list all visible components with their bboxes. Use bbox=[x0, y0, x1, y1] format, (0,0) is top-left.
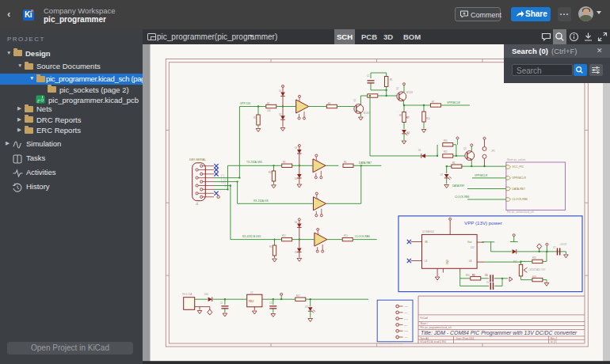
svg-text:R1: R1 bbox=[254, 116, 257, 119]
svg-text:C7: C7 bbox=[553, 246, 556, 249]
svg-text:C3: C3 bbox=[269, 301, 273, 305]
svg-text:R7: R7 bbox=[432, 100, 435, 104]
svg-text:R12: R12 bbox=[282, 234, 286, 237]
svg-text:DATA-RB7: DATA-RB7 bbox=[452, 184, 465, 188]
svg-text:CLOCK-RB6: CLOCK-RB6 bbox=[355, 235, 370, 238]
svg-text:VB: VB bbox=[425, 241, 428, 244]
svg-text:R11: R11 bbox=[269, 171, 273, 174]
svg-text:D11: D11 bbox=[305, 305, 309, 309]
svg-text:D5: D5 bbox=[418, 149, 421, 152]
svg-text:Id: 1/1: Id: 1/1 bbox=[551, 340, 557, 343]
svg-text:AUX: AUX bbox=[404, 336, 408, 339]
svg-text:R2: R2 bbox=[267, 102, 270, 105]
svg-text:7812: 7812 bbox=[249, 300, 254, 303]
svg-text:BC328: BC328 bbox=[406, 91, 413, 94]
svg-text:R18: R18 bbox=[532, 256, 536, 260]
svg-text:U1B: U1B bbox=[315, 197, 319, 199]
svg-text:TX-232A-GS5: TX-232A-GS5 bbox=[246, 161, 262, 164]
svg-text:D6: D6 bbox=[295, 221, 298, 224]
svg-text:U1C: U1C bbox=[316, 233, 320, 235]
svg-text:VCC: VCC bbox=[404, 305, 408, 308]
svg-text:GND: GND bbox=[446, 260, 449, 264]
svg-text:D7: D7 bbox=[440, 173, 444, 176]
svg-text:R8: R8 bbox=[452, 161, 456, 165]
svg-text:R16: R16 bbox=[444, 139, 448, 142]
svg-text:VPP: VPP bbox=[404, 312, 408, 314]
svg-text:D3: D3 bbox=[295, 146, 298, 150]
svg-text:BC307: BC307 bbox=[364, 112, 370, 115]
svg-text:Date: 29 jan 2014: Date: 29 jan 2014 bbox=[456, 337, 475, 340]
svg-text:D1: D1 bbox=[279, 89, 282, 93]
svg-text:Size: A4: Size: A4 bbox=[421, 337, 429, 340]
svg-text:10K: 10K bbox=[267, 109, 271, 112]
svg-text:R19: R19 bbox=[532, 275, 536, 279]
svg-text:J1: J1 bbox=[196, 203, 199, 206]
svg-text:D10: D10 bbox=[204, 293, 208, 296]
svg-text:VCC_PIC: VCC_PIC bbox=[513, 165, 524, 169]
svg-text:LB: LB bbox=[469, 260, 472, 263]
svg-text:C2: C2 bbox=[367, 74, 370, 78]
svg-text:DATA-RB7: DATA-RB7 bbox=[359, 161, 372, 165]
svg-text:JP1: JP1 bbox=[491, 150, 495, 153]
svg-text:RX-232A-GS: RX-232A-GS bbox=[254, 199, 269, 203]
svg-text:DAT: DAT bbox=[404, 318, 408, 320]
svg-text:VPP/MCLR: VPP/MCLR bbox=[475, 174, 488, 177]
svg-text:R4: R4 bbox=[328, 102, 331, 105]
svg-text:U1: U1 bbox=[250, 291, 254, 294]
svg-text:R?: R? bbox=[406, 116, 410, 119]
svg-text:KiCad: KiCad bbox=[421, 317, 428, 320]
svg-text:R3: R3 bbox=[283, 161, 286, 164]
svg-text:Sheet: /: Sheet: / bbox=[421, 322, 429, 325]
svg-text:R9: R9 bbox=[399, 114, 402, 117]
svg-text:R10: R10 bbox=[426, 117, 430, 120]
svg-text:D8: D8 bbox=[407, 131, 410, 135]
svg-text:Sheet: pic_sockets: Sheet: pic_sockets bbox=[507, 158, 526, 161]
svg-text:VPP/MCLR: VPP/MCLR bbox=[513, 176, 527, 180]
svg-text:VPP (13V) power: VPP (13V) power bbox=[464, 220, 502, 226]
svg-text:C1: C1 bbox=[220, 301, 223, 305]
svg-text:R5: R5 bbox=[390, 78, 393, 82]
svg-text:R14: R14 bbox=[269, 245, 273, 248]
svg-text:U2 MAX642: U2 MAX642 bbox=[422, 230, 435, 233]
svg-text:DB9-SERIAL: DB9-SERIAL bbox=[189, 158, 206, 161]
svg-text:D12: D12 bbox=[471, 246, 475, 249]
svg-text:KiCad E.D.A. kicad 5.99.0: KiCad E.D.A. kicad 5.99.0 bbox=[421, 340, 447, 343]
svg-text:CLOCK-RB6: CLOCK-RB6 bbox=[455, 195, 469, 199]
svg-text:RX-4232-B-GS5: RX-4232-B-GS5 bbox=[242, 235, 261, 238]
svg-text:U1A: U1A bbox=[315, 159, 319, 161]
svg-text:Q1: Q1 bbox=[353, 99, 356, 102]
svg-text:VPP-120: VPP-120 bbox=[240, 102, 250, 105]
svg-text:DATA-RB7: DATA-RB7 bbox=[513, 188, 525, 191]
svg-text:D2: D2 bbox=[279, 113, 282, 116]
svg-text:C6: C6 bbox=[485, 274, 488, 277]
svg-text:R13: R13 bbox=[344, 234, 348, 237]
svg-text:R6: R6 bbox=[344, 161, 347, 164]
svg-text:D9: D9 bbox=[295, 251, 298, 254]
svg-text:VPP/MCLR: VPP/MCLR bbox=[447, 101, 460, 104]
svg-text:Title: JDM - COM84 PIC Program: Title: JDM - COM84 PIC Programmer with 1… bbox=[421, 330, 578, 336]
svg-text:GND: GND bbox=[404, 330, 409, 332]
svg-text:R9: R9 bbox=[472, 274, 475, 277]
svg-text:Q2: Q2 bbox=[396, 87, 399, 90]
svg-text:R20: R20 bbox=[466, 274, 470, 277]
svg-text:CLOCK-RB6: CLOCK-RB6 bbox=[513, 198, 528, 201]
svg-text:RV1: RV1 bbox=[513, 260, 518, 264]
svg-text:R17: R17 bbox=[296, 294, 300, 298]
svg-text:9V-0.15A: 9V-0.15A bbox=[182, 293, 192, 296]
svg-text:Q3: Q3 bbox=[463, 147, 467, 150]
svg-text:+VOUT: +VOUT bbox=[559, 243, 567, 246]
svg-text:CLK: CLK bbox=[404, 324, 408, 327]
svg-text:Vout: Vout bbox=[467, 241, 472, 244]
svg-text:C5: C5 bbox=[486, 281, 490, 284]
svg-text:LX: LX bbox=[425, 260, 428, 263]
svg-text:+VOUT ADJ 13V: +VOUT ADJ 13V bbox=[528, 268, 545, 271]
svg-text:CONN PROGRAMMATION: CONN PROGRAMMATION bbox=[379, 343, 403, 345]
svg-text:D4: D4 bbox=[295, 177, 298, 180]
svg-text:File: pic_sockets.kicad_sch: File: pic_sockets.kicad_sch bbox=[507, 210, 534, 214]
svg-text:Rev: 2: Rev: 2 bbox=[551, 337, 558, 340]
svg-text:R15: R15 bbox=[444, 150, 448, 154]
